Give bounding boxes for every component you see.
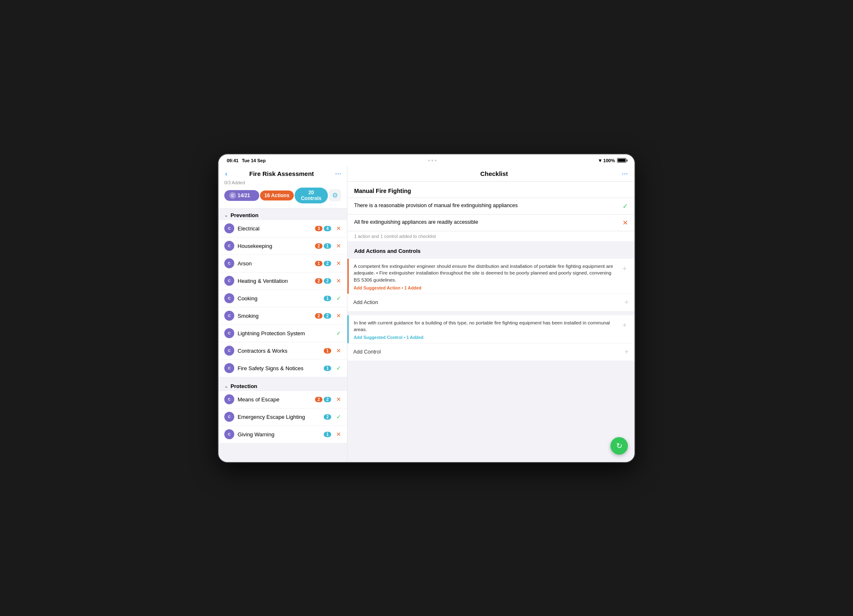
item-badges: 1	[324, 432, 331, 437]
dot1	[428, 160, 430, 161]
list-item[interactable]: C Arson 1 2 ✕	[218, 255, 347, 272]
check-icon[interactable]: ✓	[336, 330, 341, 336]
item-badges: 2 2	[315, 313, 331, 319]
checklist-item: All fire extinguishing appliances are re…	[347, 214, 635, 231]
badge-orange: 1	[315, 261, 322, 266]
battery-fill	[618, 159, 625, 162]
add-action-label: Add Action	[353, 299, 378, 305]
control-suggestion-card: In line with current guidance for a buil…	[347, 315, 635, 343]
avatar: C	[224, 363, 234, 373]
right-header: Checklist ···	[347, 166, 635, 182]
tab-c[interactable]: C 14/21	[224, 190, 259, 201]
tabs-row: C 14/21 16 Actions 20 Controls ⚙	[224, 188, 341, 206]
action-suggestion-card: A competent fire extinguisher engineer s…	[347, 259, 635, 294]
badge-orange: 1	[324, 348, 331, 354]
badge-orange: 2	[315, 313, 322, 319]
remove-icon[interactable]: ✕	[336, 347, 341, 354]
avatar: C	[224, 311, 234, 321]
ipad-frame: 09:41 Tue 14 Sep ▾ 100%	[218, 154, 635, 462]
remove-icon[interactable]: ✕	[336, 260, 341, 267]
back-button[interactable]: ‹	[224, 169, 228, 178]
add-suggested-control-button[interactable]: +	[620, 321, 629, 329]
item-badges: 2	[324, 414, 331, 420]
list-item[interactable]: C Smoking 2 2 ✕	[218, 307, 347, 325]
check-red-icon: ✕	[622, 219, 628, 227]
list-item[interactable]: C Contractors & Works 1 ✕	[218, 342, 347, 360]
list-item[interactable]: C Fire Safety Signs & Notices 1 ✓	[218, 360, 347, 377]
list-item[interactable]: C Electrical 3 4 ✕	[218, 220, 347, 237]
item-label: Electrical	[238, 225, 312, 232]
check-icon[interactable]: ✓	[336, 413, 341, 420]
list-item[interactable]: C Lightning Protection System ✓	[218, 325, 347, 342]
add-control-button[interactable]: +	[624, 348, 629, 356]
list-content: ⌄ Prevention C Electrical 3 4 ✕ C	[218, 209, 347, 462]
right-more-button[interactable]: ···	[622, 169, 628, 178]
added-info: 1 action and 1 control added to checklis…	[347, 231, 635, 241]
add-section-title: Add Actions and Controls	[354, 248, 421, 254]
ipad-screen: 09:41 Tue 14 Sep ▾ 100%	[218, 154, 635, 462]
check-icon[interactable]: ✓	[336, 295, 341, 302]
check-icon[interactable]: ✓	[336, 365, 341, 371]
item-label: Emergency Escape Lighting	[238, 414, 320, 420]
item-label: Contractors & Works	[238, 348, 320, 354]
add-section-header: Add Actions and Controls	[347, 244, 635, 257]
spacer	[347, 311, 635, 314]
remove-icon[interactable]: ✕	[336, 312, 341, 319]
list-item[interactable]: C Giving Warning 1 ✕	[218, 426, 347, 443]
tab-actions[interactable]: 16 Actions	[260, 190, 293, 200]
main-content: ‹ Fire Risk Assessment ··· 0/3 Added C 1…	[218, 166, 635, 462]
item-badges: 3 4	[315, 226, 331, 231]
status-bar-center	[428, 160, 436, 161]
section-header-prevention: ⌄ Prevention	[218, 209, 347, 220]
item-label: Means of Escape	[238, 396, 312, 403]
badge-orange: 2	[315, 243, 322, 249]
checklist-section-title: Manual Fire Fighting	[347, 182, 635, 198]
add-action-button[interactable]: +	[624, 298, 629, 307]
tab-c-label: 14/21	[238, 193, 250, 198]
item-label: Lightning Protection System	[238, 330, 328, 336]
avatar: C	[224, 241, 234, 251]
item-label: Giving Warning	[238, 431, 320, 438]
avatar: C	[224, 328, 234, 338]
item-label: Fire Safety Signs & Notices	[238, 365, 320, 371]
item-label: Smoking	[238, 313, 312, 319]
badge-blue: 2	[324, 414, 331, 420]
list-item[interactable]: C Emergency Escape Lighting 2 ✓	[218, 408, 347, 426]
left-header: ‹ Fire Risk Assessment ··· 0/3 Added C 1…	[218, 166, 347, 209]
add-suggested-action-button[interactable]: +	[620, 265, 629, 273]
left-header-top: ‹ Fire Risk Assessment ···	[224, 169, 341, 178]
suggestion-text: A competent fire extinguisher engineer s…	[354, 263, 617, 284]
list-item[interactable]: C Cooking 1 ✓	[218, 290, 347, 307]
tab-filter[interactable]: ⚙	[329, 189, 341, 201]
badge-blue: 4	[324, 226, 331, 231]
more-menu-button[interactable]: ···	[335, 169, 341, 178]
avatar: C	[224, 276, 234, 286]
badge-blue: 2	[324, 397, 331, 402]
chevron-down-icon: ⌄	[224, 383, 228, 389]
list-item[interactable]: C Heating & Ventilation 2 2 ✕	[218, 272, 347, 290]
checklist-block: Manual Fire Fighting There is a reasonab…	[347, 182, 635, 241]
add-control-row[interactable]: Add Control +	[347, 343, 635, 361]
list-item[interactable]: C Housekeeping 2 1 ✕	[218, 237, 347, 255]
badge-blue: 2	[324, 313, 331, 319]
item-badges: 1	[324, 296, 331, 301]
item-badges: 1	[324, 366, 331, 371]
badge-blue: 1	[324, 243, 331, 249]
battery-percent: 100%	[603, 158, 615, 163]
suggestion-meta: Add Suggested Control • 1 Added	[354, 335, 617, 340]
list-item[interactable]: C Means of Escape 2 2 ✕	[218, 391, 347, 408]
remove-icon[interactable]: ✕	[336, 225, 341, 232]
remove-icon[interactable]: ✕	[336, 396, 341, 403]
avatar: C	[224, 429, 234, 439]
tab-controls[interactable]: 20 Controls	[295, 188, 328, 203]
add-action-row[interactable]: Add Action +	[347, 294, 635, 311]
time: 09:41	[227, 158, 238, 163]
remove-icon[interactable]: ✕	[336, 277, 341, 284]
remove-icon[interactable]: ✕	[336, 431, 341, 438]
checklist-item-text: There is a reasonable provision of manua…	[354, 202, 618, 210]
refresh-fab[interactable]: ↻	[610, 437, 628, 455]
c-badge: C	[229, 192, 236, 199]
avatar: C	[224, 412, 234, 422]
remove-icon[interactable]: ✕	[336, 242, 341, 249]
avatar: C	[224, 223, 234, 233]
